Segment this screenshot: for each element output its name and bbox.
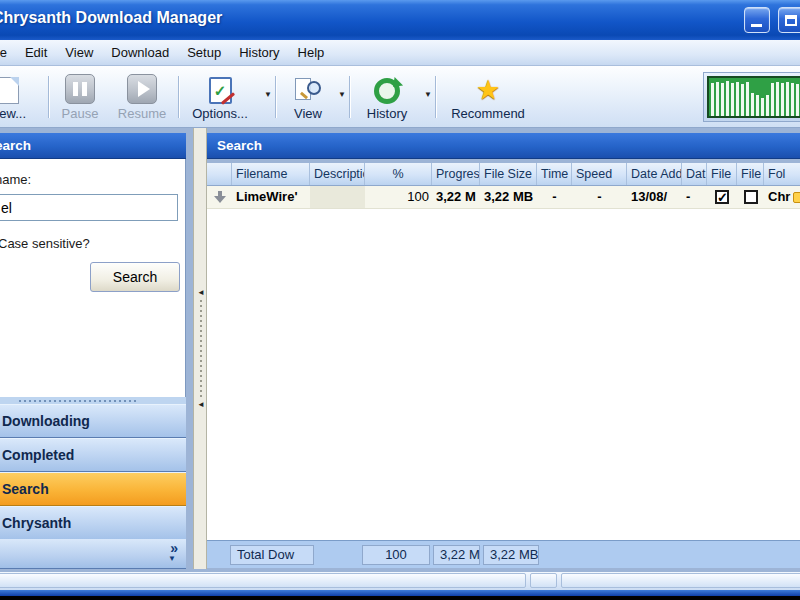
sidebar-item-completed[interactable]: Completed (0, 438, 186, 472)
new-document-icon (0, 77, 19, 104)
table-header-row: Filename Description % Progress File Siz… (207, 163, 800, 186)
column-header-filename[interactable]: Filename (232, 163, 310, 185)
file-checkbox-1[interactable] (715, 190, 729, 204)
graph-bar (751, 93, 754, 116)
graph-bar (726, 81, 729, 116)
pause-icon (65, 74, 95, 104)
status-bar (0, 572, 800, 590)
maximize-icon (785, 15, 797, 26)
column-header-dat[interactable]: Dat (682, 163, 707, 185)
options-dropdown-caret[interactable]: ▼ (264, 90, 272, 99)
graph-bar (741, 84, 744, 116)
collapse-left-icon[interactable]: ◄ (197, 288, 205, 297)
sidebar-item-downloading[interactable]: Downloading (0, 404, 186, 438)
cell-speed: - (572, 186, 627, 208)
options-button[interactable]: ✓ Options... (184, 71, 256, 123)
graph-bar (791, 83, 794, 116)
cell-progress: 3,22 M (432, 186, 480, 208)
history-button[interactable]: History (356, 71, 418, 123)
window-title: Chrysanth Download Manager (0, 9, 222, 27)
menu-view[interactable]: View (56, 41, 102, 64)
case-sensitive-label: Case sensitive? (0, 236, 90, 251)
sidebar-item-search[interactable]: Search (0, 472, 186, 506)
recommend-button-label: Recommend (451, 106, 525, 121)
options-icon: ✓ (209, 77, 232, 104)
graph-bar (781, 83, 784, 116)
graph-bar (756, 95, 759, 116)
maximize-button[interactable] (778, 7, 800, 33)
cell-dat: - (682, 186, 707, 208)
menu-download[interactable]: Download (102, 41, 178, 64)
filename-input[interactable] (0, 194, 178, 221)
sidebar-overflow-strip[interactable]: » ▼ (0, 539, 186, 569)
history-dropdown-caret[interactable]: ▼ (424, 90, 432, 99)
menu-help[interactable]: Help (289, 41, 334, 64)
graph-bar (736, 82, 739, 116)
column-header-date-added[interactable]: Date Add (627, 163, 682, 185)
column-header-speed[interactable]: Speed (572, 163, 627, 185)
panel-splitter-grip[interactable] (0, 397, 186, 404)
column-header-icon[interactable] (207, 163, 232, 185)
column-header-time-remaining[interactable]: Time Rem (537, 163, 572, 185)
column-header-progress[interactable]: Progress (432, 163, 480, 185)
view-dropdown-caret[interactable]: ▼ (338, 90, 346, 99)
totals-progress: 3,22 M (433, 545, 480, 565)
resume-button-label: Resume (118, 106, 166, 121)
graph-bar (761, 98, 764, 117)
toolbar-separator (435, 76, 436, 118)
collapse-left-icon[interactable]: ◄ (197, 400, 205, 409)
splitter-dots-icon (200, 300, 202, 400)
cell-file-size: 3,22 MB (480, 186, 537, 208)
resume-button[interactable]: Resume (112, 71, 172, 123)
cell-time-remaining: - (537, 186, 572, 208)
graph-bar (771, 83, 774, 116)
graph-bar (796, 84, 799, 116)
table-row[interactable]: LimeWire' 100 3,22 M 3,22 MB - - 13/08/ … (207, 186, 800, 209)
graph-bar (731, 83, 734, 116)
title-bar[interactable]: Chrysanth Download Manager (0, 0, 800, 40)
sidebar-item-chrysanth[interactable]: Chrysanth (0, 506, 186, 540)
toolbar-separator (48, 76, 49, 118)
grip-dots-icon (19, 400, 139, 402)
cell-percent: 100 (365, 186, 432, 208)
new-button-label: New... (0, 106, 26, 121)
column-header-file1[interactable]: File (707, 163, 737, 185)
graph-bar (711, 83, 714, 116)
sidebar-item-label: Search (2, 481, 49, 497)
view-button[interactable]: View (284, 71, 332, 123)
new-download-button[interactable]: New... (0, 71, 40, 123)
chevron-down-icon[interactable]: ▼ (168, 554, 176, 563)
graph-bar (746, 82, 749, 116)
totals-percent: 100 (362, 545, 430, 565)
folder-icon (793, 192, 800, 203)
resume-icon (127, 74, 157, 104)
menu-setup[interactable]: Setup (178, 41, 230, 64)
minimize-icon (751, 24, 762, 27)
view-icon (294, 76, 322, 104)
download-arrow-icon (214, 191, 226, 203)
menu-file[interactable]: File (0, 41, 16, 64)
panel-splitter[interactable]: ◄ ◄ (193, 128, 207, 569)
minimize-button[interactable] (744, 7, 770, 33)
cell-filename: LimeWire' (232, 186, 310, 208)
search-button[interactable]: Search (90, 262, 180, 292)
column-header-file2[interactable]: File (737, 163, 764, 185)
menu-history[interactable]: History (230, 41, 288, 64)
graph-bar (716, 82, 719, 116)
graph-bar (721, 83, 724, 116)
toolbar-separator (349, 76, 350, 118)
pause-button[interactable]: Pause (54, 71, 106, 123)
file-checkbox-2[interactable] (744, 190, 758, 204)
sidebar-item-label: Downloading (2, 413, 90, 429)
column-header-file-size[interactable]: File Size (480, 163, 537, 185)
status-pane (0, 573, 526, 588)
menu-edit[interactable]: Edit (16, 41, 56, 64)
status-pane (530, 573, 557, 588)
graph-bar (786, 82, 789, 116)
recommend-button[interactable]: ★ Recommend (442, 71, 534, 123)
column-header-folder[interactable]: Fol (764, 163, 800, 185)
graph-bar (766, 95, 769, 116)
column-header-percent[interactable]: % (365, 163, 432, 185)
search-panel: Filename: Case sensitive? Search (0, 159, 186, 397)
column-header-description[interactable]: Description (310, 163, 365, 185)
